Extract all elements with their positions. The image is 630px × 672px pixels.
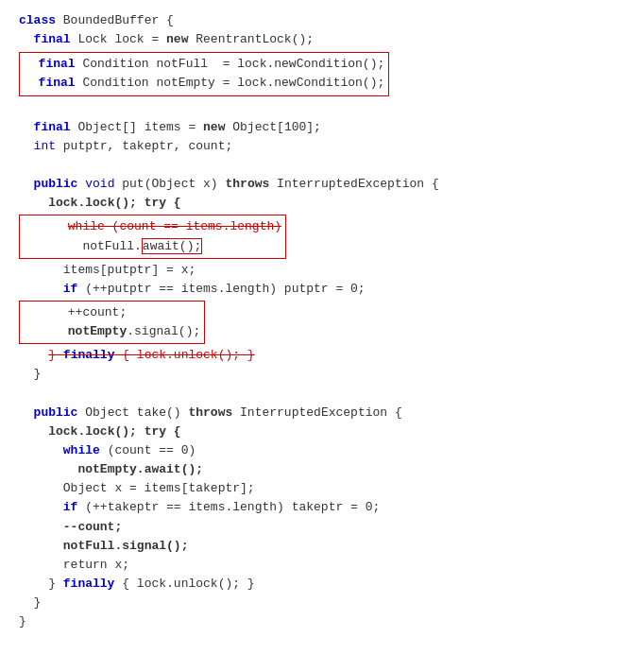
- line-blank1: [19, 99, 611, 118]
- line-blank3: [19, 385, 611, 404]
- line-22: if (++takeptr == items.length) takeptr =…: [19, 498, 611, 517]
- line-16: }: [19, 365, 611, 384]
- line-18: lock.lock(); try {: [19, 422, 611, 441]
- line-2: final Lock lock = new ReentrantLock();: [19, 30, 611, 49]
- line-14: notEmpty.signal();: [24, 322, 200, 341]
- line-27: }: [19, 594, 611, 612]
- line-15: } finally { lock.unlock(); }: [19, 346, 611, 365]
- line-blank2: [19, 156, 611, 175]
- line-3: final Condition notFull = lock.newCondit…: [24, 55, 384, 74]
- while-await-box: while (count == items.length) notFull.aw…: [19, 215, 286, 258]
- count-signal-box: ++count; notEmpty.signal();: [19, 301, 205, 344]
- line-11: items[putptr] = x;: [19, 261, 611, 280]
- line-25: return x;: [19, 556, 611, 575]
- line-12: if (++putptr == items.length) putptr = 0…: [19, 280, 611, 299]
- line-1: class BoundedBuffer {: [19, 11, 611, 30]
- condition-box: final Condition notFull = lock.newCondit…: [19, 52, 389, 95]
- line-19: while (count == 0): [19, 441, 611, 460]
- code-container: class BoundedBuffer { final Lock lock = …: [0, 0, 630, 669]
- line-24: notFull.signal();: [19, 537, 611, 556]
- line-7: public void put(Object x) throws Interru…: [19, 175, 611, 194]
- line-28: }: [19, 612, 611, 631]
- line-9: while (count == items.length): [24, 217, 281, 236]
- line-17: public Object take() throws InterruptedE…: [19, 404, 611, 422]
- line-4: final Condition notEmpty = lock.newCondi…: [24, 74, 384, 93]
- line-21: Object x = items[takeptr];: [19, 479, 611, 498]
- line-6: int putptr, takeptr, count;: [19, 137, 611, 156]
- line-5: final Object[] items = new Object[100];: [19, 118, 611, 137]
- line-8: lock.lock(); try {: [19, 194, 611, 213]
- line-23: --count;: [19, 518, 611, 537]
- line-26: } finally { lock.unlock(); }: [19, 575, 611, 594]
- line-20: notEmpty.await();: [19, 460, 611, 479]
- line-10: notFull.await();: [24, 237, 281, 256]
- line-13: ++count;: [24, 303, 200, 322]
